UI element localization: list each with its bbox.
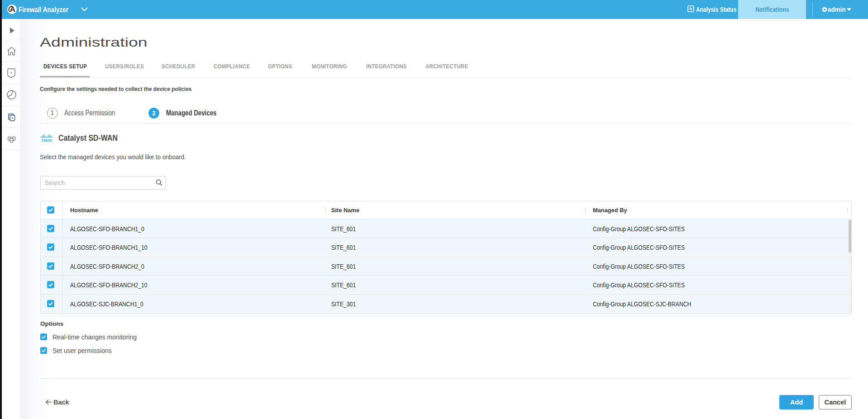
svg-text:cisco: cisco xyxy=(42,138,52,143)
